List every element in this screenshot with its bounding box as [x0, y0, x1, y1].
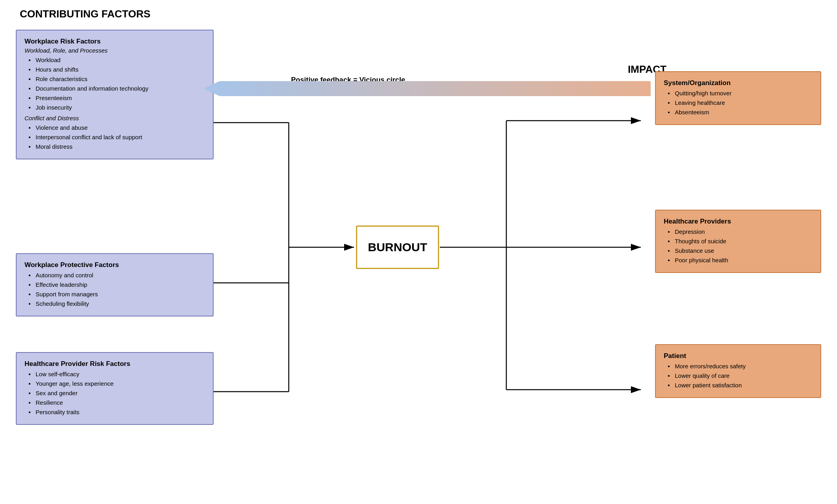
list-item: Depression: [668, 227, 812, 237]
list-item: Poor physical health: [668, 256, 812, 265]
list-item: Job insecurity: [28, 103, 205, 112]
list-item: Documentation and information technology: [28, 84, 205, 93]
list-item: Hours and shifts: [28, 65, 205, 74]
box-workplace-protective-title: Workplace Protective Factors: [25, 261, 205, 269]
box-workplace-protective: Workplace Protective Factors Autonomy an…: [16, 253, 214, 316]
list-item: Low self-efficacy: [28, 369, 205, 379]
box-healthcare-risk: Healthcare Provider Risk Factors Low sel…: [16, 352, 214, 425]
list-item: Workload: [28, 55, 205, 65]
feedback-label: Positive feedback = Vicious circle: [229, 76, 467, 84]
box-workplace-risk-subtitle2: Conflict and Distress: [25, 115, 205, 121]
list-item: Substance use: [668, 246, 812, 256]
list-item: More errors/reduces safety: [668, 362, 812, 371]
list-item: Autonomy and control: [28, 271, 205, 280]
box-healthcare-providers: Healthcare Providers Depression Thoughts…: [655, 210, 821, 273]
diagram-container: CONTRIBUTING FACTORS IMPACT Positive fee…: [0, 0, 837, 504]
box-system-org: System/Organization Quitting/high turnov…: [655, 71, 821, 125]
list-item: Support from managers: [28, 290, 205, 299]
box-workplace-risk: Workplace Risk Factors Workload, Role, a…: [16, 30, 214, 159]
burnout-label: BURNOUT: [368, 241, 427, 254]
list-item: Presenteeism: [28, 93, 205, 103]
list-item: Quitting/high turnover: [668, 89, 812, 98]
list-item: Scheduling flexibility: [28, 299, 205, 309]
list-item: Younger age, less experience: [28, 379, 205, 388]
list-item: Absenteeism: [668, 108, 812, 117]
list-item: Interpersonal conflict and lack of suppo…: [28, 133, 205, 142]
box-healthcare-providers-list: Depression Thoughts of suicide Substance…: [664, 227, 812, 265]
list-item: Violence and abuse: [28, 123, 205, 133]
list-item: Role characteristics: [28, 74, 205, 84]
box-workplace-protective-list: Autonomy and control Effective leadershi…: [25, 271, 205, 309]
list-item: Lower patient satisfaction: [668, 381, 812, 390]
list-item: Resilience: [28, 398, 205, 407]
list-item: Sex and gender: [28, 388, 205, 398]
box-patient-list: More errors/reduces safety Lower quality…: [664, 362, 812, 390]
box-workplace-risk-list1: Workload Hours and shifts Role character…: [25, 55, 205, 112]
burnout-box: BURNOUT: [356, 225, 439, 269]
box-patient: Patient More errors/reduces safety Lower…: [655, 344, 821, 398]
list-item: Effective leadership: [28, 280, 205, 290]
title-contributing: CONTRIBUTING FACTORS: [20, 8, 150, 20]
list-item: Lower quality of care: [668, 371, 812, 381]
box-patient-title: Patient: [664, 352, 812, 360]
list-item: Thoughts of suicide: [668, 237, 812, 246]
box-healthcare-risk-title: Healthcare Provider Risk Factors: [25, 360, 205, 368]
box-workplace-risk-subtitle1: Workload, Role, and Processes: [25, 47, 205, 54]
box-system-org-title: System/Organization: [664, 79, 812, 87]
box-healthcare-risk-list: Low self-efficacy Younger age, less expe…: [25, 369, 205, 417]
box-healthcare-providers-title: Healthcare Providers: [664, 218, 812, 225]
list-item: Moral distress: [28, 142, 205, 152]
box-system-org-list: Quitting/high turnover Leaving healthcar…: [664, 89, 812, 117]
list-item: Personality traits: [28, 407, 205, 417]
box-workplace-risk-list2: Violence and abuse Interpersonal conflic…: [25, 123, 205, 152]
box-workplace-risk-title: Workplace Risk Factors: [25, 38, 205, 45]
list-item: Leaving healthcare: [668, 98, 812, 108]
